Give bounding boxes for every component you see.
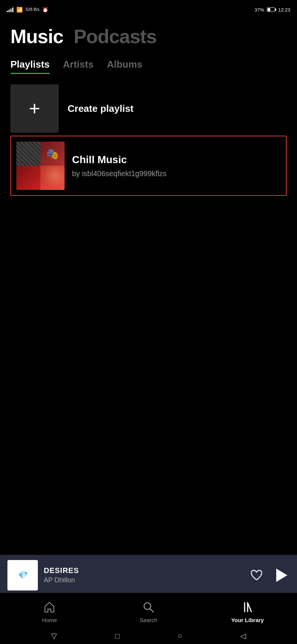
nav-search[interactable]: Search bbox=[99, 599, 198, 625]
library-icon bbox=[241, 601, 254, 614]
now-playing-title: DESIRES bbox=[44, 566, 243, 575]
status-right: 37% 12:23 bbox=[254, 7, 290, 13]
track-art-emoji: 💎 bbox=[18, 570, 28, 580]
create-playlist-label: Create playlist bbox=[68, 103, 134, 114]
nav-circle-icon[interactable]: ○ bbox=[177, 632, 182, 640]
now-playing-art: 💎 bbox=[7, 560, 38, 590]
nav-home-label: Home bbox=[42, 617, 57, 623]
nav-home[interactable]: Home bbox=[0, 599, 99, 625]
signal-bars-icon bbox=[7, 7, 13, 12]
battery-icon bbox=[267, 7, 275, 12]
thumb-cell-4 bbox=[40, 166, 65, 190]
playlist-info: Chill Music by isbl406seqfiekt1g999kflzs bbox=[72, 154, 281, 178]
nav-down-icon[interactable]: ▽ bbox=[51, 631, 57, 640]
nav-back-icon[interactable]: ◁ bbox=[240, 631, 246, 640]
playlist-name: Chill Music bbox=[72, 154, 281, 166]
main-content: Music Podcasts Playlists Artists Albums … bbox=[0, 18, 297, 196]
play-triangle-icon bbox=[276, 569, 287, 582]
battery-percent: 37% bbox=[254, 7, 264, 13]
thumb-cell-2 bbox=[40, 142, 65, 166]
create-playlist-button[interactable]: + Create playlist bbox=[10, 84, 287, 133]
nav-library[interactable]: Your Library bbox=[198, 599, 297, 625]
nav-library-label: Your Library bbox=[231, 617, 264, 623]
status-left: 📶 528 B/s ⏰ bbox=[7, 7, 48, 13]
alarm-icon: ⏰ bbox=[42, 7, 48, 13]
status-bar: 📶 528 B/s ⏰ 37% 12:23 bbox=[0, 0, 297, 18]
tab-albums[interactable]: Albums bbox=[107, 59, 142, 74]
like-button[interactable] bbox=[249, 567, 264, 583]
thumb-cell-3 bbox=[16, 166, 40, 190]
now-playing-bar[interactable]: 💎 DESIRES AP Dhillon bbox=[0, 555, 297, 596]
playlist-thumbnail bbox=[16, 142, 65, 190]
tab-artists[interactable]: Artists bbox=[63, 59, 94, 74]
thumb-cell-1 bbox=[16, 142, 40, 166]
create-playlist-icon: + bbox=[10, 84, 59, 133]
system-nav: ▽ □ ○ ◁ bbox=[0, 628, 297, 644]
home-icon bbox=[43, 601, 56, 614]
nav-search-label: Search bbox=[140, 617, 157, 623]
search-icon bbox=[142, 601, 155, 614]
tab-playlists[interactable]: Playlists bbox=[10, 59, 50, 74]
playlist-item-chill-music[interactable]: Chill Music by isbl406seqfiekt1g999kflzs bbox=[10, 136, 287, 196]
svg-line-1 bbox=[150, 609, 153, 612]
tab-podcasts[interactable]: Podcasts bbox=[74, 25, 156, 48]
nav-square-icon[interactable]: □ bbox=[115, 632, 120, 640]
plus-icon: + bbox=[29, 99, 40, 118]
now-playing-controls bbox=[249, 567, 290, 584]
now-playing-info: DESIRES AP Dhillon bbox=[44, 566, 243, 584]
bottom-nav: Home Search Your Library bbox=[0, 593, 297, 628]
heart-icon bbox=[250, 569, 263, 582]
tab-music[interactable]: Music bbox=[10, 25, 63, 48]
data-speed: 528 B/s bbox=[26, 7, 39, 12]
now-playing-artist: AP Dhillon bbox=[44, 576, 243, 584]
sub-tabs: Playlists Artists Albums bbox=[10, 59, 287, 74]
header-tabs: Music Podcasts bbox=[10, 25, 287, 48]
clock: 12:23 bbox=[278, 7, 290, 13]
wifi-icon: 📶 bbox=[16, 7, 23, 13]
playlist-author: by isbl406seqfiekt1g999kflzs bbox=[72, 169, 281, 178]
play-button[interactable] bbox=[272, 567, 290, 584]
